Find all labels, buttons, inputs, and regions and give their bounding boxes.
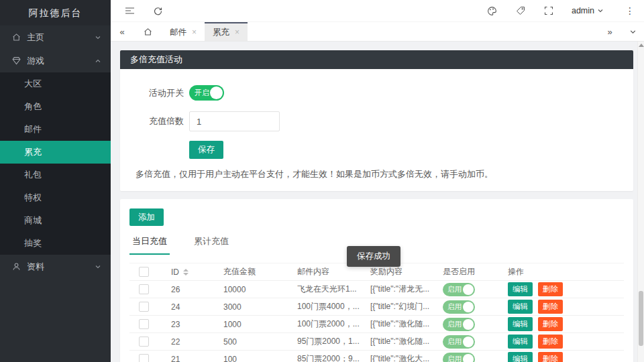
cell-reward: [{"title":"激化大...	[361, 351, 433, 362]
edit-button[interactable]: 编辑	[508, 317, 533, 331]
table-row: 22 500 95门票2000，1... [{"title":"激化随... 启…	[129, 333, 624, 351]
cell-reward: [{"title":"潜龙无...	[361, 281, 433, 298]
edit-button[interactable]: 编辑	[508, 352, 533, 362]
col-amount: 充值金额	[214, 263, 288, 281]
theme-palette-icon[interactable]	[487, 5, 498, 16]
row-checkbox[interactable]	[139, 284, 149, 294]
enable-toggle[interactable]: 启用	[443, 318, 475, 331]
save-button[interactable]: 保存	[189, 141, 223, 159]
delete-button[interactable]: 删除	[538, 317, 563, 331]
cell-mail: 85门票2000；9...	[288, 351, 361, 362]
scrollbar-thumb[interactable]	[639, 291, 643, 346]
card-title: 多倍充值活动	[120, 50, 633, 69]
sidebar: 阿拉德后台 主页 游戏 大区 角色 邮件 累充 礼包 特权	[0, 0, 111, 362]
toast-message: 保存成功	[347, 246, 400, 267]
multiplier-label: 充值倍数	[130, 115, 184, 127]
multiplier-input[interactable]	[189, 111, 280, 131]
more-options-icon[interactable]: ⋮	[625, 5, 635, 16]
delete-button[interactable]: 删除	[538, 282, 563, 296]
col-actions: 操作	[498, 263, 624, 281]
enable-toggle[interactable]: 启用	[443, 283, 475, 296]
switch-knob	[463, 354, 474, 362]
tab-daily-recharge[interactable]: 当日充值	[129, 235, 170, 255]
tab-label: 邮件	[170, 27, 186, 38]
add-button[interactable]: 添加	[129, 208, 164, 226]
sidebar-item-mail[interactable]: 邮件	[0, 118, 111, 141]
tab-label: 累充	[213, 27, 229, 38]
switch-knob	[210, 86, 223, 99]
row-checkbox[interactable]	[139, 354, 149, 362]
app-title: 阿拉德后台	[0, 0, 111, 25]
tab-recharge[interactable]: 累充 ×	[205, 22, 248, 41]
row-checkbox[interactable]	[139, 302, 149, 312]
cell-mail: 100门票4000，...	[288, 298, 361, 316]
vertical-scrollbar[interactable]	[637, 42, 644, 362]
close-icon[interactable]: ×	[192, 27, 197, 37]
cell-mail: 95门票2000，1...	[288, 333, 361, 351]
activity-card: 多倍充值活动 活动开关 开启 充值倍数 保存 多倍充值，仅用于用户主动	[120, 50, 633, 191]
delete-button[interactable]: 删除	[538, 335, 563, 349]
sidebar-item-label: 主页	[27, 32, 95, 44]
sidebar-item-role[interactable]: 角色	[0, 95, 111, 118]
close-icon[interactable]: ×	[235, 27, 239, 37]
main-area: admin ⋮ « 邮件 × 累充 × »	[111, 0, 644, 362]
gem-icon	[12, 56, 21, 66]
cell-mail: 100门票2000，...	[288, 316, 361, 333]
sidebar-item-privilege[interactable]: 特权	[0, 186, 111, 209]
delete-button[interactable]: 删除	[538, 300, 563, 314]
enable-toggle[interactable]: 启用	[443, 300, 475, 314]
enable-toggle[interactable]: 启用	[443, 335, 475, 349]
sidebar-item-mall[interactable]: 商城	[0, 209, 111, 232]
home-tab[interactable]	[133, 22, 162, 41]
tab-bar: « 邮件 × 累充 × »	[111, 22, 644, 42]
cell-amount: 100	[214, 351, 288, 362]
fullscreen-icon[interactable]	[543, 5, 554, 16]
select-all-checkbox[interactable]	[139, 267, 149, 277]
edit-button[interactable]: 编辑	[508, 282, 533, 296]
sidebar-item-game[interactable]: 游戏	[0, 49, 111, 72]
tag-icon[interactable]	[515, 5, 526, 16]
delete-button[interactable]: 删除	[538, 352, 563, 362]
switch-knob	[463, 302, 474, 312]
cell-amount: 3000	[214, 298, 288, 316]
tabs-scroll-right-icon[interactable]: »	[598, 22, 621, 41]
sort-icon[interactable]	[183, 269, 189, 276]
sidebar-item-giftpack[interactable]: 礼包	[0, 164, 111, 186]
recharge-list-card: 添加 当日充值 累计充值 ID 充值金额 邮件内容 奖励内容	[120, 199, 633, 362]
col-enabled: 是否启用	[433, 263, 498, 281]
edit-button[interactable]: 编辑	[508, 335, 533, 349]
user-icon	[12, 262, 21, 272]
cell-id: 21	[162, 351, 214, 362]
home-icon	[12, 33, 21, 42]
activity-switch[interactable]: 开启	[189, 85, 224, 101]
cell-id: 24	[162, 298, 214, 316]
enable-toggle[interactable]: 启用	[443, 353, 475, 362]
chevron-up-icon	[95, 58, 101, 64]
tab-cumulative-recharge[interactable]: 累计充值	[191, 235, 231, 255]
cell-mail: 飞龙在天光环1...	[288, 281, 361, 298]
tabs-scroll-left-icon[interactable]: «	[111, 22, 133, 41]
sidebar-fold-icon[interactable]	[124, 5, 135, 16]
user-menu[interactable]: admin	[572, 6, 604, 15]
refresh-icon[interactable]	[152, 5, 163, 16]
cell-amount: 1000	[214, 316, 288, 333]
tabs-menu-icon[interactable]	[621, 22, 644, 41]
scrollbar-up-icon[interactable]	[639, 44, 644, 47]
switch-knob	[463, 284, 474, 295]
sidebar-item-lottery[interactable]: 抽奖	[0, 232, 111, 255]
sidebar-item-recharge[interactable]: 累充	[0, 141, 111, 164]
cell-id: 26	[162, 281, 214, 298]
cell-reward: [{"title":"激化随...	[361, 333, 433, 351]
top-header: admin ⋮	[111, 0, 644, 22]
switch-knob	[463, 319, 474, 330]
username: admin	[572, 6, 594, 15]
row-checkbox[interactable]	[139, 319, 149, 329]
chevron-down-icon	[597, 7, 604, 14]
sidebar-item-profile[interactable]: 资料	[0, 255, 111, 278]
sidebar-item-home[interactable]: 主页	[0, 25, 111, 49]
tab-mail[interactable]: 邮件 ×	[162, 22, 205, 41]
cell-id: 22	[162, 333, 214, 351]
sidebar-item-region[interactable]: 大区	[0, 72, 111, 95]
edit-button[interactable]: 编辑	[508, 300, 533, 314]
row-checkbox[interactable]	[139, 337, 149, 347]
